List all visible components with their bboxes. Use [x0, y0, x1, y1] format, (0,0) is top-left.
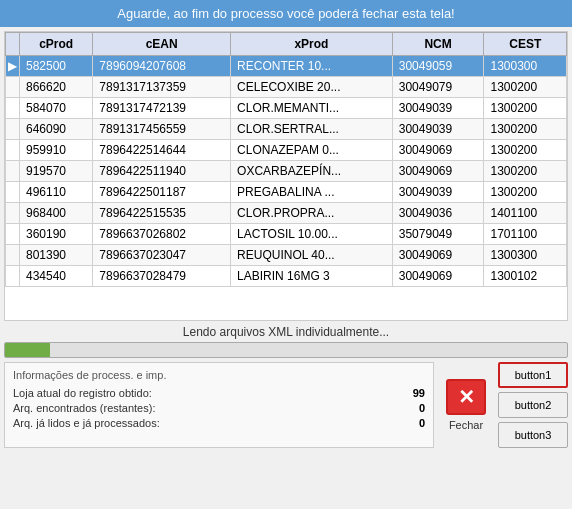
cell-xprod: LABIRIN 16MG 3: [231, 266, 393, 287]
bottom-section: Informações de process. e imp. Loja atua…: [4, 362, 568, 448]
cell-cean: 7896422514644: [93, 140, 231, 161]
cell-xprod: OXCARBAZEPÍN...: [231, 161, 393, 182]
cell-cprod: 434540: [20, 266, 93, 287]
info-row: Loja atual do registro obtido:99: [13, 387, 425, 399]
progress-section: Lendo arquivos XML individualmente...: [4, 325, 568, 358]
cell-cest: 1300300: [484, 56, 567, 77]
cell-cean: 7896637026802: [93, 224, 231, 245]
close-label: Fechar: [449, 419, 483, 431]
cell-cean: 7896094207608: [93, 56, 231, 77]
cell-cprod: 646090: [20, 119, 93, 140]
info-rows: Loja atual do registro obtido:99Arq. enc…: [13, 387, 425, 429]
cell-cprod: 919570: [20, 161, 93, 182]
info-panel: Informações de process. e imp. Loja atua…: [4, 362, 434, 448]
row-pointer: [6, 98, 20, 119]
col-cprod[interactable]: cProd: [20, 33, 93, 56]
cell-xprod: REUQUINOL 40...: [231, 245, 393, 266]
cell-ncm: 30049069: [392, 266, 484, 287]
cell-ncm: 30049059: [392, 56, 484, 77]
cell-xprod: RECONTER 10...: [231, 56, 393, 77]
cell-xprod: CLOR.SERTRAL...: [231, 119, 393, 140]
row-pointer: [6, 245, 20, 266]
col-arrow: [6, 33, 20, 56]
cell-cean: 7896422515535: [93, 203, 231, 224]
cell-ncm: 30049039: [392, 98, 484, 119]
info-row: Arq. já lidos e já processados:0: [13, 417, 425, 429]
table-container: cProd cEAN xProd NCM CEST ▶5825007896094…: [4, 31, 568, 321]
progress-label: Lendo arquivos XML individualmente...: [4, 325, 568, 339]
col-cean[interactable]: cEAN: [93, 33, 231, 56]
top-banner: Aguarde, ao fim do processo você poderá …: [0, 0, 572, 27]
col-xprod[interactable]: xProd: [231, 33, 393, 56]
table-row[interactable]: 9599107896422514644CLONAZEPAM 0...300490…: [6, 140, 567, 161]
cell-cest: 1300200: [484, 77, 567, 98]
row-pointer: [6, 77, 20, 98]
data-table: cProd cEAN xProd NCM CEST ▶5825007896094…: [5, 32, 567, 287]
button3[interactable]: button3: [498, 422, 568, 448]
info-row-label: Arq. já lidos e já processados:: [13, 417, 160, 429]
col-ncm[interactable]: NCM: [392, 33, 484, 56]
info-row: Arq. encontrados (restantes):0: [13, 402, 425, 414]
table-row[interactable]: 3601907896637026802LACTOSIL 10.00...3507…: [6, 224, 567, 245]
table-row[interactable]: 6460907891317456559CLOR.SERTRAL...300490…: [6, 119, 567, 140]
cell-cest: 1300200: [484, 98, 567, 119]
table-row[interactable]: 8666207891317137359CELECOXIBE 20...30049…: [6, 77, 567, 98]
info-row-label: Arq. encontrados (restantes):: [13, 402, 155, 414]
row-pointer: [6, 161, 20, 182]
table-row[interactable]: ▶5825007896094207608RECONTER 10...300490…: [6, 56, 567, 77]
table-row[interactable]: 9195707896422511940OXCARBAZEPÍN...300490…: [6, 161, 567, 182]
cell-cprod: 584070: [20, 98, 93, 119]
table-row[interactable]: 8013907896637023047REUQUINOL 40...300490…: [6, 245, 567, 266]
cell-xprod: LACTOSIL 10.00...: [231, 224, 393, 245]
buttons-panel: button1 button2 button3: [498, 362, 568, 448]
cell-ncm: 30049039: [392, 119, 484, 140]
cell-cean: 7896637023047: [93, 245, 231, 266]
info-row-label: Loja atual do registro obtido:: [13, 387, 152, 399]
cell-ncm: 35079049: [392, 224, 484, 245]
info-title: Informações de process. e imp.: [13, 369, 425, 381]
button2[interactable]: button2: [498, 392, 568, 418]
cell-cest: 1401100: [484, 203, 567, 224]
cell-xprod: CELECOXIBE 20...: [231, 77, 393, 98]
row-pointer: [6, 140, 20, 161]
cell-xprod: CLOR.PROPRA...: [231, 203, 393, 224]
cell-cest: 1300300: [484, 245, 567, 266]
row-pointer: [6, 182, 20, 203]
cell-cean: 7891317456559: [93, 119, 231, 140]
col-cest[interactable]: CEST: [484, 33, 567, 56]
cell-ncm: 30049079: [392, 77, 484, 98]
info-row-value: 0: [395, 402, 425, 414]
cell-xprod: PREGABALINA ...: [231, 182, 393, 203]
button1[interactable]: button1: [498, 362, 568, 388]
row-pointer: [6, 266, 20, 287]
cell-xprod: CLONAZEPAM 0...: [231, 140, 393, 161]
table-row[interactable]: 9684007896422515535CLOR.PROPRA...3004903…: [6, 203, 567, 224]
table-row[interactable]: 4345407896637028479LABIRIN 16MG 33004906…: [6, 266, 567, 287]
cell-cean: 7891317137359: [93, 77, 231, 98]
cell-cean: 7896422501187: [93, 182, 231, 203]
cell-cest: 1300200: [484, 140, 567, 161]
table-row[interactable]: 5840707891317472139CLOR.MEMANTI...300490…: [6, 98, 567, 119]
cell-cest: 1701100: [484, 224, 567, 245]
row-pointer: [6, 119, 20, 140]
row-pointer: ▶: [6, 56, 20, 77]
banner-text: Aguarde, ao fim do processo você poderá …: [117, 6, 454, 21]
close-button[interactable]: ✕: [446, 379, 486, 415]
cell-cest: 1300200: [484, 182, 567, 203]
table-body: ▶5825007896094207608RECONTER 10...300490…: [6, 56, 567, 287]
table-scroll[interactable]: cProd cEAN xProd NCM CEST ▶5825007896094…: [5, 32, 567, 320]
cell-cprod: 866620: [20, 77, 93, 98]
table-row[interactable]: 4961107896422501187PREGABALINA ...300490…: [6, 182, 567, 203]
cell-cprod: 360190: [20, 224, 93, 245]
cell-cprod: 801390: [20, 245, 93, 266]
info-row-value: 0: [395, 417, 425, 429]
cell-cprod: 496110: [20, 182, 93, 203]
cell-cprod: 968400: [20, 203, 93, 224]
cell-ncm: 30049069: [392, 140, 484, 161]
cell-cest: 1300102: [484, 266, 567, 287]
cell-ncm: 30049039: [392, 182, 484, 203]
cell-ncm: 30049069: [392, 245, 484, 266]
cell-xprod: CLOR.MEMANTI...: [231, 98, 393, 119]
cell-cprod: 582500: [20, 56, 93, 77]
cell-cest: 1300200: [484, 119, 567, 140]
